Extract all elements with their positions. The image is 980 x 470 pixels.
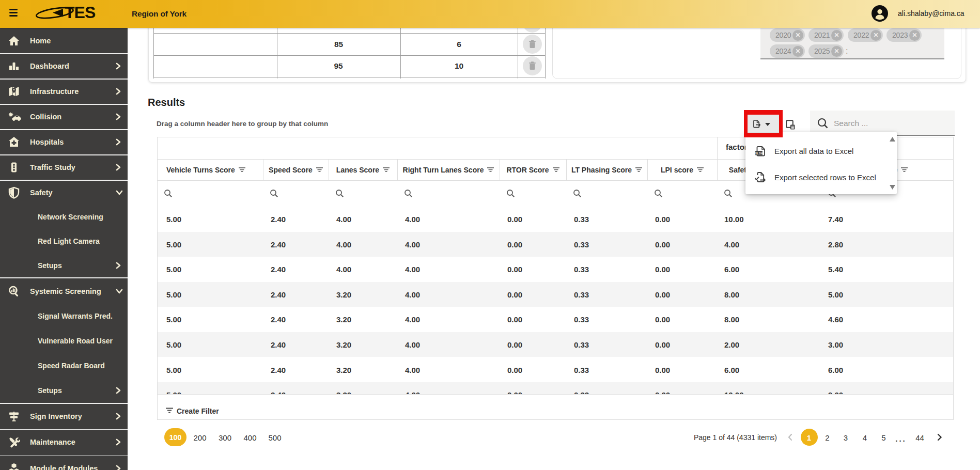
svg-text:TES: TES (65, 4, 96, 22)
svg-text:XLSX: XLSX (755, 152, 763, 155)
